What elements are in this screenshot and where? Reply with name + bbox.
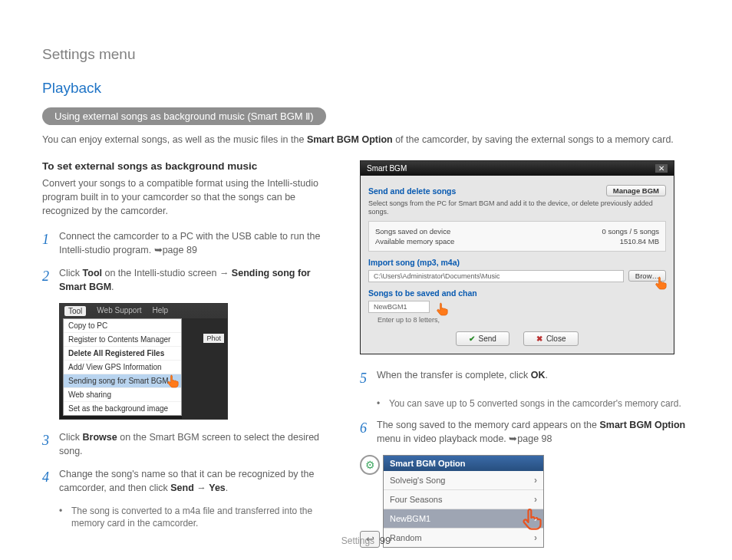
t: menu in video playback mode. ➥page 98 [377, 433, 552, 444]
x-icon: ✖ [536, 334, 542, 343]
step-number: 2 [42, 266, 53, 294]
step-5: 5 When the transfer is complete, click O… [360, 368, 690, 388]
bullet: • You can save up to 5 converted songs i… [377, 397, 690, 410]
list-item[interactable]: Solveig's Song› [384, 471, 543, 490]
screenshot-bgm-option: ⚙ ↩ Smart BGM Option Solveig's Song› Fou… [360, 455, 690, 548]
bullet-dot: • [377, 397, 383, 410]
tool-dropdown: Copy to PC Register to Contents Manager … [63, 318, 182, 416]
step-number: 1 [42, 229, 53, 257]
path-input[interactable]: C:\Users\Administrator\Documents\Music [368, 270, 624, 282]
step-text: The song saved to the memory card appear… [377, 418, 690, 446]
step-number: 3 [42, 430, 53, 458]
pointer-hand-icon [164, 373, 183, 391]
t: Smart BGM Option [599, 420, 685, 430]
manage-bgm-button[interactable]: Manage BGM [606, 185, 666, 196]
screenshot-tool-menu: Tool Web Support Help Copy to PC Registe… [59, 303, 228, 420]
t: . [546, 370, 548, 380]
bullet-text: The song is converted to a m4a file and … [71, 505, 337, 531]
t: Available memory space [375, 237, 454, 245]
menu-item[interactable]: Register to Contents Manager [64, 333, 181, 347]
page-title: Settings menu [42, 46, 690, 63]
hint-text: Enter up to 8 letters, [378, 316, 666, 324]
side-tab: Phot [203, 334, 224, 343]
gear-icon[interactable]: ⚙ [360, 455, 380, 475]
footer-label: Settings [341, 535, 374, 546]
check-icon: ✔ [469, 334, 475, 343]
step-3: 3 Click Browse on the Smart BGM screen t… [42, 430, 337, 458]
group-title: Songs to be saved and chan [368, 288, 666, 298]
intro-text: You can enjoy external songs, as well as… [42, 133, 690, 147]
menu-item[interactable]: Copy to PC [64, 319, 181, 333]
t: Four Seasons [390, 495, 442, 504]
right-column: Smart BGM ✕ Send and delete songs Manage… [360, 160, 690, 548]
chevron-right-icon: › [534, 475, 537, 486]
subheading: To set external songs as background musi… [42, 160, 337, 172]
step-6: 6 The song saved to the memory card appe… [360, 418, 690, 446]
intro-post: of the camcorder, by saving the external… [393, 134, 674, 145]
step-text: Click Browse on the Smart BGM screen to … [59, 430, 337, 458]
left-column: To set external songs as background musi… [42, 160, 337, 548]
bullet-dot: • [59, 505, 65, 531]
step-text: Change the song's name so that it can be… [59, 467, 337, 495]
t: When the transfer is complete, click [377, 370, 531, 380]
t: Click [59, 268, 83, 278]
topic-pill: Using external songs as background music… [42, 107, 326, 125]
pointer-hand-icon [434, 301, 452, 319]
page-number: 99 [380, 535, 391, 546]
t: Tool [83, 268, 102, 278]
send-button[interactable]: ✔Send [456, 331, 509, 346]
menu-web[interactable]: Web Support [97, 306, 141, 316]
t: Send [479, 334, 496, 343]
menu-item-highlighted[interactable]: Sending song for Smart BGM [64, 374, 181, 388]
menu-item[interactable]: Delete All Registered Files [64, 347, 181, 361]
step-1: 1 Connect the camcorder to a PC with the… [42, 229, 337, 257]
intro-pre: You can enjoy external songs, as well as… [42, 134, 307, 145]
t: Songs saved on device [375, 227, 450, 236]
t: . [226, 483, 228, 493]
dialog-title: Smart BGM [367, 164, 407, 173]
t: Click [59, 432, 83, 443]
chevron-right-icon: › [534, 494, 537, 505]
t: Sending song for Smart BGM [68, 377, 169, 385]
step-number: 4 [42, 467, 53, 495]
close-icon[interactable]: ✕ [655, 164, 668, 173]
t: 0 songs / 5 songs [602, 227, 659, 236]
intro-bold: Smart BGM Option [307, 134, 393, 145]
dialog-titlebar: Smart BGM ✕ [361, 161, 674, 176]
t: The song saved to the memory card appear… [377, 420, 599, 430]
step-number: 6 [360, 418, 371, 446]
group-title: Import song (mp3, m4a) [368, 258, 666, 267]
t: . [111, 282, 114, 292]
bullet-text: You can save up to 5 converted songs in … [389, 397, 681, 410]
t: Yes [209, 483, 226, 493]
section-title: Playback [42, 80, 690, 97]
info-box: Songs saved on device0 songs / 5 songs A… [368, 221, 666, 252]
menu-help[interactable]: Help [153, 306, 169, 316]
group-title: Send and delete songs Manage BGM [368, 185, 666, 196]
t: OK [531, 370, 546, 380]
menu-item[interactable]: Set as the background image [64, 402, 181, 415]
step-4: 4 Change the song's name so that it can … [42, 467, 337, 495]
t: Send [170, 483, 194, 493]
menu-tool[interactable]: Tool [64, 306, 86, 316]
t: 1510.84 MB [620, 237, 659, 245]
t: Browse [83, 432, 117, 443]
t: NewBGM1 [390, 514, 430, 523]
step-text: When the transfer is complete, click OK. [377, 368, 548, 388]
pointer-hand-icon [652, 275, 671, 293]
menubar: Tool Web Support Help [60, 304, 227, 318]
page-footer: Settings 99 [0, 535, 732, 546]
close-button[interactable]: ✖Close [523, 331, 579, 346]
bullet: • The song is converted to a m4a file an… [59, 505, 337, 531]
t: Solveig's Song [390, 476, 445, 485]
step-text: Connect the camcorder to a PC with the U… [59, 229, 337, 257]
step-text: Click Tool on the Intelli-studio screen … [59, 266, 337, 294]
name-input[interactable]: NewBGM1 [368, 301, 430, 313]
t: on the Intelli-studio screen → [102, 268, 232, 278]
screenshot-smart-bgm-dialog: Smart BGM ✕ Send and delete songs Manage… [360, 160, 674, 354]
list-item-selected[interactable]: NewBGM1› [384, 509, 543, 529]
group-desc: Select songs from the PC for Smart BGM a… [368, 199, 666, 216]
list-header: Smart BGM Option [384, 456, 543, 471]
t: → [194, 483, 209, 493]
intro-para: Convert your songs to a compatible forma… [42, 176, 337, 218]
